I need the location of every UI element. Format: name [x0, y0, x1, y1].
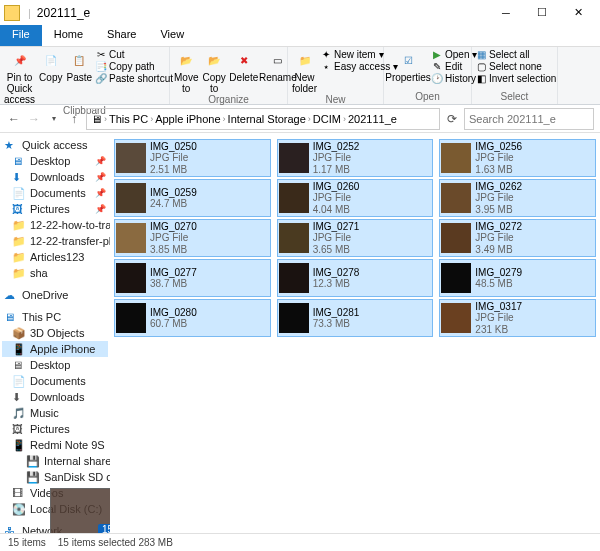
- tab-home[interactable]: Home: [42, 25, 95, 46]
- rename-icon: ▭: [267, 49, 289, 71]
- move-to-button[interactable]: 📂Move to: [174, 49, 198, 94]
- file-type: JPG File: [313, 152, 360, 164]
- sidebar-item[interactable]: ⬇Downloads: [2, 389, 108, 405]
- sidebar-item[interactable]: 🖥Desktop📌: [2, 153, 108, 169]
- sidebar-item-label: Redmi Note 9S: [30, 439, 105, 451]
- minimize-button[interactable]: ─: [488, 1, 524, 25]
- file-size: 3.49 MB: [475, 244, 522, 256]
- sidebar-item[interactable]: 📄Documents: [2, 373, 108, 389]
- sidebar-item[interactable]: 📄Documents📌: [2, 185, 108, 201]
- file-item[interactable]: IMG_028060.7 MB: [114, 299, 271, 337]
- sidebar-item[interactable]: 🎵Music: [2, 405, 108, 421]
- breadcrumb[interactable]: 🖥› This PC› Apple iPhone› Internal Stora…: [86, 108, 440, 130]
- sidebar-item[interactable]: 📁Articles123: [2, 249, 108, 265]
- maximize-button[interactable]: ☐: [524, 1, 560, 25]
- tab-view[interactable]: View: [148, 25, 196, 46]
- file-item[interactable]: IMG_0262JPG File3.95 MB: [439, 179, 596, 217]
- file-item[interactable]: IMG_025924.7 MB: [114, 179, 271, 217]
- tab-file[interactable]: File: [0, 25, 42, 46]
- file-item[interactable]: IMG_028173.3 MB: [277, 299, 434, 337]
- file-item[interactable]: IMG_0271JPG File3.65 MB: [277, 219, 434, 257]
- refresh-button[interactable]: ⟳: [444, 112, 460, 126]
- properties-button[interactable]: ☑Properties: [388, 49, 428, 83]
- paste-button[interactable]: 📋Paste: [66, 49, 92, 83]
- sidebar-item[interactable]: 📱Apple iPhone: [2, 341, 108, 357]
- menu-bar: File Home Share View: [0, 25, 600, 47]
- sidebar-item[interactable]: ⬇Downloads📌: [2, 169, 108, 185]
- open-button[interactable]: ▶Open▾: [432, 49, 477, 60]
- file-item[interactable]: IMG_0252JPG File1.17 MB: [277, 139, 434, 177]
- file-item[interactable]: IMG_0260JPG File4.04 MB: [277, 179, 434, 217]
- pin-quick-access-button[interactable]: 📌Pin to Quick access: [4, 49, 35, 105]
- nav-icon: 📁: [12, 267, 26, 279]
- file-item[interactable]: IMG_0317JPG File231 KB: [439, 299, 596, 337]
- sidebar-item[interactable]: 📦3D Objects: [2, 325, 108, 341]
- sidebar-item[interactable]: 📱Redmi Note 9S: [2, 437, 108, 453]
- nav-icon: 💾: [26, 455, 40, 467]
- up-button[interactable]: ↑: [66, 112, 82, 126]
- file-item[interactable]: IMG_027812.3 MB: [277, 259, 434, 297]
- crumb[interactable]: 202111_e: [348, 113, 397, 125]
- file-name: IMG_0271: [313, 221, 360, 233]
- edit-icon: ✎: [432, 62, 442, 72]
- sidebar-item-label: Downloads: [30, 391, 84, 403]
- edit-button[interactable]: ✎Edit: [432, 61, 477, 72]
- file-item[interactable]: IMG_027738.7 MB: [114, 259, 271, 297]
- moveto-icon: 📂: [175, 49, 197, 71]
- select-none-button[interactable]: ▢Select none: [476, 61, 556, 72]
- copy-path-button[interactable]: 📑Copy path: [96, 61, 173, 72]
- close-button[interactable]: ✕: [560, 1, 596, 25]
- thumbnail: [279, 143, 309, 173]
- delete-icon: ✖: [233, 49, 255, 71]
- file-size: 1.17 MB: [313, 164, 360, 176]
- sidebar-item[interactable]: 💾Internal shared storage: [2, 453, 108, 469]
- sidebar-item[interactable]: 🖥Desktop: [2, 357, 108, 373]
- copy-to-button[interactable]: 📂Copy to: [202, 49, 225, 94]
- nav-quick-access[interactable]: ★Quick access: [2, 137, 108, 153]
- nav-onedrive[interactable]: ☁OneDrive: [2, 287, 108, 303]
- crumb[interactable]: Apple iPhone: [155, 113, 220, 125]
- cut-button[interactable]: ✂Cut: [96, 49, 173, 60]
- sidebar-item[interactable]: 🖼Pictures: [2, 421, 108, 437]
- copy-button[interactable]: 📄Copy: [39, 49, 62, 83]
- new-folder-button[interactable]: 📁New folder: [292, 49, 317, 94]
- history-icon: 🕑: [432, 74, 442, 84]
- crumb[interactable]: This PC: [109, 113, 148, 125]
- nav-this-pc[interactable]: 🖥This PC: [2, 309, 108, 325]
- file-item[interactable]: IMG_027948.5 MB: [439, 259, 596, 297]
- delete-button[interactable]: ✖Delete: [230, 49, 258, 83]
- thumbnail: [279, 183, 309, 213]
- navigation-pane[interactable]: ★Quick access 🖥Desktop📌⬇Downloads📌📄Docum…: [0, 133, 110, 533]
- file-size: 2.51 MB: [150, 164, 197, 176]
- back-button[interactable]: ←: [6, 112, 22, 126]
- file-type: JPG File: [313, 232, 360, 244]
- thumbnail: [279, 303, 309, 333]
- file-type: JPG File: [475, 232, 522, 244]
- sidebar-item[interactable]: 📁sha: [2, 265, 108, 281]
- file-item[interactable]: IMG_0256JPG File1.63 MB: [439, 139, 596, 177]
- tab-share[interactable]: Share: [95, 25, 148, 46]
- crumb[interactable]: DCIM: [313, 113, 341, 125]
- select-all-button[interactable]: ▦Select all: [476, 49, 556, 60]
- invert-selection-button[interactable]: ◧Invert selection: [476, 73, 556, 84]
- forward-button[interactable]: →: [26, 112, 42, 126]
- file-item[interactable]: IMG_0272JPG File3.49 MB: [439, 219, 596, 257]
- sidebar-item[interactable]: 📁12-22-transfer-photos-: [2, 233, 108, 249]
- sidebar-item[interactable]: 🖼Pictures📌: [2, 201, 108, 217]
- sidebar-item[interactable]: 📁12-22-how-to-transfer-: [2, 217, 108, 233]
- file-size: 1.63 MB: [475, 164, 522, 176]
- nav-icon: 📁: [12, 251, 26, 263]
- sidebar-item-label: Documents: [30, 375, 86, 387]
- cut-icon: ✂: [96, 50, 106, 60]
- recent-button[interactable]: ▾: [46, 114, 62, 123]
- file-list[interactable]: IMG_0250JPG File2.51 MBIMG_0252JPG File1…: [110, 133, 600, 533]
- paste-shortcut-button[interactable]: 🔗Paste shortcut: [96, 73, 173, 84]
- crumb[interactable]: Internal Storage: [228, 113, 306, 125]
- file-item[interactable]: IMG_0270JPG File3.85 MB: [114, 219, 271, 257]
- search-input[interactable]: [464, 108, 594, 130]
- file-item[interactable]: IMG_0250JPG File2.51 MB: [114, 139, 271, 177]
- history-button[interactable]: 🕑History: [432, 73, 477, 84]
- pc-icon: 🖥: [91, 113, 102, 125]
- file-size: 231 KB: [475, 324, 522, 336]
- sidebar-item[interactable]: 💾SanDisk SD card: [2, 469, 108, 485]
